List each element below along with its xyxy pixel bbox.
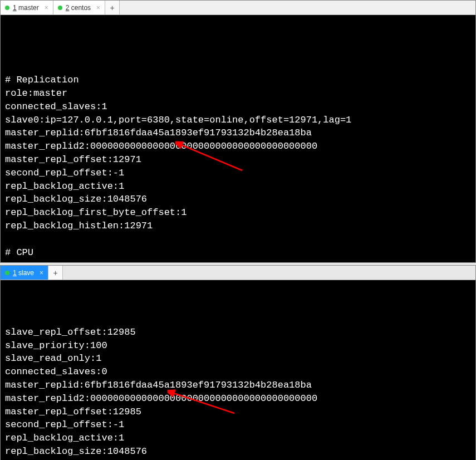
terminal-line: master_repl_offset:12971 [5,153,471,167]
top-tabbar: 1 master × 2 centos × + [1,1,475,15]
tab-slave[interactable]: 1 slave × [1,266,48,280]
new-tab-button[interactable]: + [48,266,63,280]
tab-label: 1 slave [13,269,34,277]
close-icon[interactable]: × [40,269,43,277]
status-dot-icon [5,6,9,10]
terminal-line: master_replid2:0000000000000000000000000… [5,140,471,153]
new-tab-button[interactable]: + [105,1,120,14]
tab-master[interactable]: 1 master × [1,1,53,14]
terminal-line: slave_repl_offset:12985 [5,326,471,339]
terminal-line [5,233,471,246]
terminal-line: # CPU [5,246,471,260]
tab-centos[interactable]: 2 centos × [53,1,105,14]
terminal-line: connected_slaves:0 [5,365,471,379]
top-terminal[interactable]: # Replicationrole:masterconnected_slaves… [1,15,475,262]
terminal-line: second_repl_offset:-1 [5,418,471,432]
status-dot-icon [58,6,62,10]
close-icon[interactable]: × [96,4,100,12]
terminal-line: master_repl_offset:12985 [5,405,471,419]
plus-icon: + [53,268,57,277]
bottom-terminal[interactable]: slave_repl_offset:12985slave_priority:10… [1,280,475,460]
tab-label: 1 master [13,4,39,12]
bottom-window: 1 slave × + slave_repl_offset:12985slave… [0,265,476,460]
terminal-line: repl_backlog_histlen:12971 [5,219,471,233]
top-window: 1 master × 2 centos × + # Replicationrol… [0,0,476,263]
terminal-line: master_replid:6fbf1816fdaa45a1893ef91793… [5,379,471,392]
terminal-line: repl_backlog_first_byte_offset:1 [5,206,471,219]
plus-icon: + [110,3,115,12]
terminal-line [5,60,471,74]
terminal-line: master_replid2:0000000000000000000000000… [5,392,471,405]
terminal-line: connected_slaves:1 [5,100,471,114]
terminal-line: master_replid:6fbf1816fdaa45a1893ef91793… [5,126,471,140]
close-icon[interactable]: × [45,4,48,12]
status-dot-icon [5,271,9,275]
terminal-line: # Replication [5,74,471,87]
bottom-tabbar: 1 slave × + [1,266,475,280]
terminal-line: repl_backlog_size:1048576 [5,193,471,206]
terminal-line: second_repl_offset:-1 [5,167,471,180]
terminal-line: repl_backlog_size:1048576 [5,445,471,458]
terminal-line: slave_read_only:1 [5,352,471,365]
terminal-line: slave_priority:100 [5,339,471,353]
terminal-line: repl_backlog_active:1 [5,180,471,193]
tab-label: 2 centos [66,4,91,12]
terminal-line: repl_backlog_active:1 [5,432,471,445]
terminal-line: slave0:ip=127.0.0.1,port=6380,state=onli… [5,114,471,127]
terminal-line: role:master [5,87,471,100]
